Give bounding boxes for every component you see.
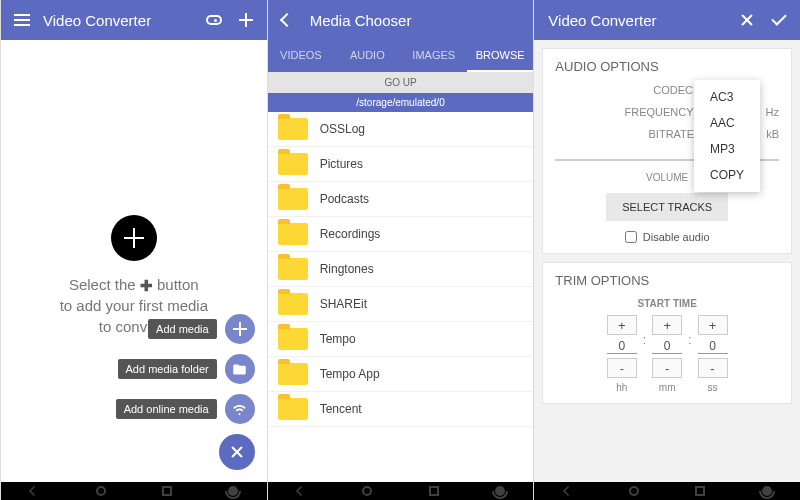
fab-add-online[interactable] bbox=[225, 394, 255, 424]
codec-option[interactable]: MP3 bbox=[694, 136, 760, 162]
nav-back-icon[interactable] bbox=[296, 486, 306, 496]
hh-plus-button[interactable]: + bbox=[607, 315, 637, 335]
audio-options-heading: AUDIO OPTIONS bbox=[555, 59, 779, 74]
folder-name: SHAREit bbox=[320, 297, 367, 311]
folder-name: Tempo bbox=[320, 332, 356, 346]
tab-audio[interactable]: AUDIO bbox=[334, 40, 400, 72]
codec-option[interactable]: AAC bbox=[694, 110, 760, 136]
folder-name: Podcasts bbox=[320, 192, 369, 206]
mm-label: mm bbox=[659, 382, 676, 393]
frequency-unit: Hz bbox=[766, 106, 779, 118]
folder-item[interactable]: Podcasts bbox=[268, 182, 534, 217]
options-title: Video Converter bbox=[548, 12, 736, 29]
cancel-icon[interactable] bbox=[736, 9, 758, 31]
disable-audio-checkbox[interactable] bbox=[625, 231, 637, 243]
folder-icon bbox=[278, 328, 308, 350]
key-icon[interactable] bbox=[203, 9, 225, 31]
close-icon bbox=[230, 445, 244, 459]
codec-option[interactable]: AC3 bbox=[694, 84, 760, 110]
fab-add-folder[interactable] bbox=[225, 354, 255, 384]
ss-value[interactable]: 0 bbox=[698, 339, 728, 354]
tab-browse[interactable]: BROWSE bbox=[467, 40, 533, 72]
mm-value[interactable]: 0 bbox=[652, 339, 682, 354]
plus-icon bbox=[124, 228, 144, 248]
mm-plus-button[interactable]: + bbox=[652, 315, 682, 335]
folder-icon bbox=[278, 153, 308, 175]
folder-icon bbox=[278, 188, 308, 210]
go-up-button[interactable]: GO UP bbox=[268, 72, 534, 93]
frequency-label: FREQUENCY bbox=[625, 106, 694, 118]
nav-home-icon[interactable] bbox=[629, 486, 639, 496]
appbar-main: Video Converter bbox=[1, 0, 267, 40]
codec-dropdown: AC3AACMP3COPY bbox=[694, 80, 760, 192]
menu-icon[interactable] bbox=[11, 9, 33, 31]
back-icon[interactable] bbox=[278, 9, 300, 31]
confirm-icon[interactable] bbox=[768, 9, 790, 31]
folder-item[interactable]: Tempo App bbox=[268, 357, 534, 392]
hh-label: hh bbox=[616, 382, 627, 393]
codec-label: CODEC bbox=[653, 84, 693, 96]
folder-icon bbox=[278, 398, 308, 420]
folder-item[interactable]: SHAREit bbox=[268, 287, 534, 322]
hh-minus-button[interactable]: - bbox=[607, 358, 637, 378]
folder-icon bbox=[278, 118, 308, 140]
tab-images[interactable]: IMAGES bbox=[401, 40, 467, 72]
nav-back-icon[interactable] bbox=[563, 486, 573, 496]
wifi-icon bbox=[232, 402, 247, 417]
file-list: OSSLogPicturesPodcastsRecordingsRingtone… bbox=[268, 112, 534, 482]
nav-home-icon[interactable] bbox=[362, 486, 372, 496]
folder-item[interactable]: Ringtones bbox=[268, 252, 534, 287]
appbar-options: Video Converter bbox=[534, 0, 800, 40]
folder-name: Tencent bbox=[320, 402, 362, 416]
mm-minus-button[interactable]: - bbox=[652, 358, 682, 378]
add-media-big-button[interactable] bbox=[111, 215, 157, 261]
folder-item[interactable]: OSSLog bbox=[268, 112, 534, 147]
ss-minus-button[interactable]: - bbox=[698, 358, 728, 378]
nav-accessibility-icon[interactable] bbox=[228, 486, 238, 496]
folder-name: Tempo App bbox=[320, 367, 380, 381]
hh-value[interactable]: 0 bbox=[607, 339, 637, 354]
nav-home-icon[interactable] bbox=[96, 486, 106, 496]
folder-icon bbox=[278, 258, 308, 280]
select-tracks-button[interactable]: SELECT TRACKS bbox=[606, 193, 728, 221]
nav-recent-icon[interactable] bbox=[162, 486, 172, 496]
folder-icon bbox=[278, 293, 308, 315]
folder-icon bbox=[278, 223, 308, 245]
folder-name: OSSLog bbox=[320, 122, 365, 136]
folder-name: Recordings bbox=[320, 227, 381, 241]
nav-bar bbox=[534, 482, 800, 500]
folder-name: Pictures bbox=[320, 157, 363, 171]
folder-item[interactable]: Recordings bbox=[268, 217, 534, 252]
bitrate-label: BITRATE bbox=[649, 128, 695, 140]
folder-name: Ringtones bbox=[320, 262, 374, 276]
add-icon[interactable] bbox=[235, 9, 257, 31]
fab-close[interactable] bbox=[219, 434, 255, 470]
tab-videos[interactable]: VIDEOS bbox=[268, 40, 334, 72]
current-path: /storage/emulated/0 bbox=[268, 93, 534, 112]
nav-accessibility-icon[interactable] bbox=[762, 486, 772, 496]
fab-add-media[interactable] bbox=[225, 314, 255, 344]
nav-bar bbox=[1, 482, 267, 500]
app-title: Video Converter bbox=[43, 12, 203, 29]
chooser-title: Media Chooser bbox=[310, 12, 524, 29]
nav-accessibility-icon[interactable] bbox=[495, 486, 505, 496]
ss-label: ss bbox=[708, 382, 718, 393]
add-online-label: Add online media bbox=[116, 399, 217, 419]
nav-recent-icon[interactable] bbox=[429, 486, 439, 496]
ss-plus-button[interactable]: + bbox=[698, 315, 728, 335]
folder-item[interactable]: Pictures bbox=[268, 147, 534, 182]
trim-options-card: TRIM OPTIONS START TIME + 0 - hh : + 0 - bbox=[542, 262, 792, 404]
start-time-label: START TIME bbox=[555, 298, 779, 309]
bitrate-unit: kB bbox=[766, 128, 779, 140]
folder-icon bbox=[278, 363, 308, 385]
nav-back-icon[interactable] bbox=[29, 486, 39, 496]
nav-recent-icon[interactable] bbox=[695, 486, 705, 496]
media-tabs: VIDEOS AUDIO IMAGES BROWSE bbox=[268, 40, 534, 72]
nav-bar bbox=[268, 482, 534, 500]
add-folder-label: Add media folder bbox=[118, 359, 217, 379]
disable-audio-label: Disable audio bbox=[643, 231, 710, 243]
folder-item[interactable]: Tencent bbox=[268, 392, 534, 427]
codec-option[interactable]: COPY bbox=[694, 162, 760, 188]
folder-item[interactable]: Tempo bbox=[268, 322, 534, 357]
add-media-label: Add media bbox=[148, 319, 217, 339]
